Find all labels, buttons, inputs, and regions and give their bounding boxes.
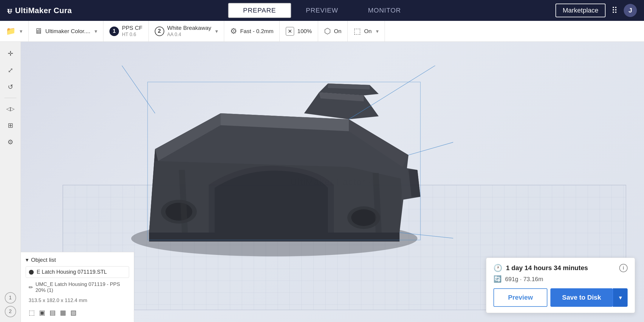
toolbar: 📁 ▾ 🖥 Ultimaker Color.... ▾ 1 PPS CF HT … <box>0 21 644 42</box>
layer-number-2[interactable]: 2 <box>5 306 16 317</box>
bottom-panel: ▾ Object list E Latch Housing 071119.STL… <box>21 252 134 322</box>
extruder1-material: PPS CF <box>122 24 143 32</box>
material-icon: 🔄 <box>493 275 501 283</box>
object-list-header[interactable]: ▾ Object list <box>26 256 129 263</box>
tab-prepare[interactable]: PREPARE <box>228 3 291 18</box>
user-avatar[interactable]: J <box>624 4 637 17</box>
main-area: ✛ ⤢ ↺ ◁▷ ⊞ ⚙ 1 2 UltiMaker Factor 4 <box>0 42 644 322</box>
object-list-title: Object list <box>31 257 56 263</box>
sidebar-divider <box>4 98 16 98</box>
svg-line-7 <box>408 125 453 155</box>
view-front-icon[interactable]: ▣ <box>39 309 45 317</box>
extruder2-selector[interactable]: 2 White Breakaway AA 0.4 ▾ <box>149 21 225 41</box>
object-sub-name: UMC_E Latch Housing 071119 - PPS 20% (1) <box>35 281 126 293</box>
edit-icon: ✏ <box>29 284 33 291</box>
profile-selector[interactable]: ⚙ Fast - 0.2mm <box>224 21 280 41</box>
extruder1-nozzle: HT 0.6 <box>122 32 143 38</box>
extruder2-material: White Breakaway <box>167 24 211 32</box>
preview-button[interactable]: Preview <box>493 288 547 307</box>
adhesion-chevron-icon: ▾ <box>376 28 379 35</box>
nav-tabs: PREPARE PREVIEW MONITOR <box>228 3 416 18</box>
tool-support[interactable]: ⚙ <box>3 135 18 149</box>
svg-line-6 <box>349 66 453 119</box>
extruder1-number: 1 <box>109 27 119 36</box>
view-top-icon[interactable]: ▦ <box>60 309 66 317</box>
save-dropdown-button[interactable]: ▾ <box>613 288 628 307</box>
support-icon: ⬡ <box>324 27 331 36</box>
folder-icon: 📁 <box>6 27 16 36</box>
navbar: ᵾ UltiMaker Cura PREPARE PREVIEW MONITOR… <box>0 0 644 21</box>
open-folder-button[interactable]: 📁 ▾ <box>0 21 29 41</box>
infill-icon: ✕ <box>286 27 294 36</box>
apps-grid-icon[interactable]: ⠿ <box>612 6 618 16</box>
printer-icon: 🖥 <box>35 27 42 36</box>
view-side-icon[interactable]: ▤ <box>49 309 56 317</box>
tab-preview[interactable]: PREVIEW <box>291 3 353 18</box>
clock-icon: 🕐 <box>493 264 502 272</box>
tool-per-model[interactable]: ⊞ <box>3 118 18 133</box>
object-sub-item: ✏ UMC_E Latch Housing 071119 - PPS 20% (… <box>26 280 129 295</box>
print-info-panel: 🕐 1 day 14 hours 34 minutes i 🔄 691g · 7… <box>486 258 635 313</box>
bottom-icon-bar: ⬚ ▣ ▤ ▦ ▧ <box>26 308 129 318</box>
viewport[interactable]: UltiMaker Factor 4 <box>21 42 644 322</box>
print-material: 691g · 73.16m <box>505 276 543 283</box>
extruder1-selector[interactable]: 1 PPS CF HT 0.6 <box>103 21 149 41</box>
adhesion-selector[interactable]: ⬚ On ▾ <box>348 21 385 41</box>
print-time-row: 🕐 1 day 14 hours 34 minutes i <box>493 264 628 272</box>
tab-monitor[interactable]: MONITOR <box>353 3 416 18</box>
app-name: UltiMaker Cura <box>15 6 72 15</box>
print-buttons: Preview Save to Disk ▾ <box>493 288 628 307</box>
save-to-disk-button[interactable]: Save to Disk <box>550 288 613 307</box>
tool-undo[interactable]: ↺ <box>3 80 18 94</box>
support-status: On <box>334 28 341 35</box>
object-name: E Latch Housing 071119.STL <box>37 269 107 275</box>
infill-selector[interactable]: ✕ 100% <box>280 21 318 41</box>
svg-line-5 <box>95 66 155 113</box>
folder-chevron-icon: ▾ <box>20 28 22 35</box>
adhesion-status: On <box>364 28 371 35</box>
view-extra-icon[interactable]: ▧ <box>70 309 77 317</box>
extruder2-nozzle: AA 0.4 <box>167 32 211 38</box>
tool-move[interactable]: ✛ <box>3 47 18 61</box>
view-3d-icon[interactable]: ⬚ <box>29 309 35 317</box>
nav-right: Marketplace ⠿ J <box>555 4 637 17</box>
info-button[interactable]: i <box>619 264 628 272</box>
marketplace-button[interactable]: Marketplace <box>555 4 606 17</box>
printer-selector[interactable]: 🖥 Ultimaker Color.... ▾ <box>29 21 103 41</box>
support-selector[interactable]: ⬡ On <box>318 21 348 41</box>
tool-mirror[interactable]: ◁▷ <box>3 102 18 116</box>
tool-scale[interactable]: ⤢ <box>3 63 18 78</box>
printer-name: Ultimaker Color.... <box>45 28 90 35</box>
left-sidebar: ✛ ⤢ ↺ ◁▷ ⊞ ⚙ 1 2 <box>0 42 21 322</box>
infill-percent: 100% <box>297 28 312 35</box>
object-list-chevron-icon: ▾ <box>26 256 29 263</box>
extruder2-chevron-icon: ▾ <box>215 28 218 35</box>
print-material-row: 🔄 691g · 73.16m <box>493 275 628 283</box>
layer-number-1[interactable]: 1 <box>5 292 16 304</box>
print-time: 1 day 14 hours 34 minutes <box>506 264 588 272</box>
logo-area: ᵾ UltiMaker Cura <box>7 5 97 16</box>
profile-icon: ⚙ <box>230 27 237 36</box>
profile-name: Fast - 0.2mm <box>240 28 273 35</box>
logo-icon: ᵾ <box>7 5 12 16</box>
object-color-dot <box>29 270 34 275</box>
extruder2-number: 2 <box>155 27 164 36</box>
printer-chevron-icon: ▾ <box>95 28 97 35</box>
object-list-item[interactable]: E Latch Housing 071119.STL <box>26 266 129 278</box>
save-button-wrapper: Save to Disk ▾ <box>550 288 628 307</box>
object-dimensions: 313.5 x 182.0 x 112.4 mm <box>26 296 129 305</box>
adhesion-icon: ⬚ <box>354 27 361 36</box>
